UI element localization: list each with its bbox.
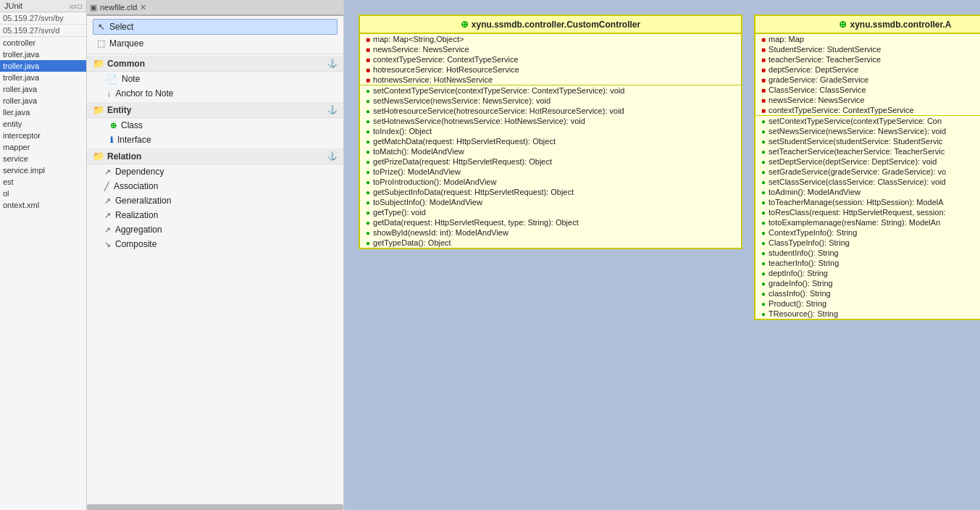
file-tree-item[interactable]: service	[0, 153, 86, 164]
class1-method-row: ●getTypeData(): Object	[360, 238, 741, 248]
field-icon: ■	[761, 56, 766, 64]
class2-method-row: ●totoExamplemanage(resName: String): Mod…	[755, 217, 980, 227]
class2-field-row: ■contextTypeService: ContextTypeService	[755, 105, 980, 115]
note-label: Note	[122, 74, 140, 84]
field-icon: ■	[366, 56, 370, 64]
maximize-icon[interactable]: □	[78, 2, 82, 10]
method-icon: ●	[366, 178, 370, 186]
class2-method-row: ●studentInfo(): String	[755, 248, 980, 258]
field-icon: ■	[761, 96, 766, 104]
interface-icon: ℹ	[110, 135, 113, 145]
minimize-icon[interactable]: ▭	[70, 2, 76, 10]
dependency-icon: ↗	[104, 167, 111, 177]
file-tree-item[interactable]: est	[0, 176, 86, 188]
class-item[interactable]: ⊕ Class	[87, 118, 343, 133]
relation-section-header[interactable]: 📁 Relation ⚓	[87, 149, 343, 164]
aggregation-label: Aggregation	[115, 225, 162, 235]
method-icon: ●	[761, 219, 766, 227]
method-icon: ●	[761, 138, 766, 146]
file-tree-item[interactable]: entity	[0, 118, 86, 130]
file-tree-item[interactable]: troller.java	[0, 49, 86, 60]
method-icon: ●	[761, 269, 766, 277]
tab-close-button[interactable]: ✕	[140, 3, 146, 12]
method-icon: ●	[366, 198, 370, 206]
class1-fields: ■ map: Map<String,Object> ■ newsService:…	[360, 34, 741, 85]
entity-title: Entity	[107, 105, 131, 115]
association-item[interactable]: ╱ Association	[87, 179, 343, 193]
composite-label: Composite	[115, 239, 156, 249]
method-icon: ●	[761, 290, 766, 298]
class2-field-row: ■deptService: DeptService	[755, 64, 980, 75]
relation-anchor-icon: ⚓	[327, 151, 338, 161]
field-icon: ■	[761, 35, 766, 43]
field-1-text: map: Map<String,Object>	[373, 35, 464, 43]
class1-field-1: ■ map: Map<String,Object>	[360, 34, 741, 44]
method-icon: ●	[366, 188, 370, 196]
file-tree-item[interactable]: ontext.xml	[0, 199, 86, 211]
anchor-to-note-item[interactable]: ↓ Anchor to Note	[87, 86, 343, 101]
aggregation-icon: ↗	[104, 225, 111, 235]
interface-item[interactable]: ℹ Interface	[87, 133, 343, 147]
tab-bar: ▣ newfile.cld ✕	[87, 0, 343, 16]
file-tree-item[interactable]: roller.java	[0, 95, 86, 106]
class2-header: ⊕ xynu.ssmdb.controller.A	[755, 16, 980, 34]
class2-field-row: ■newsService: NewsService	[755, 95, 980, 105]
main-tab-label[interactable]: newfile.cld	[100, 3, 137, 12]
main-area: ⊕ xynu.ssmdb.controller.CustomController…	[344, 0, 980, 510]
method-icon: ●	[366, 219, 370, 227]
url-breadcrumb-1: 05.159.27/svn/by	[0, 12, 86, 25]
class1-method-row: ●getSubjectInfoData(request: HttpServlet…	[360, 187, 741, 197]
file-tree-item[interactable]: ol	[0, 188, 86, 199]
field-icon: ■	[761, 66, 766, 74]
association-icon: ╱	[104, 182, 109, 191]
file-tree-item[interactable]: roller.java	[0, 83, 86, 95]
class2-method-row: ●classInfo(): String	[755, 288, 980, 298]
realization-item[interactable]: ↗ Realization	[87, 208, 343, 222]
field-icon: ■	[366, 35, 370, 43]
dependency-item[interactable]: ↗ Dependency	[87, 164, 343, 179]
class1-method-row: ●toMatch(): ModelAndView	[360, 146, 741, 156]
file-tree-item[interactable]: mapper	[0, 141, 86, 153]
class2-method-row: ●toTeacherManage(session: HttpSession): …	[755, 197, 980, 207]
marquee-button[interactable]: ⬚ Marquee	[93, 36, 338, 51]
method-icon: ●	[761, 249, 766, 257]
file-tree-item[interactable]: troller.java	[0, 72, 86, 83]
entity-section-header[interactable]: 📁 Entity ⚓	[87, 102, 343, 118]
class2-field-row: ■gradeService: GradeService	[755, 75, 980, 85]
anchor-icon: ↓	[107, 89, 112, 98]
composite-item[interactable]: ↘ Composite	[87, 237, 343, 251]
class2-method-row: ●toAdmin(): ModelAndView	[755, 187, 980, 197]
class1-method-row: ●showById(newsId: int): ModelAndView	[360, 227, 741, 238]
field-icon: ■	[761, 76, 766, 84]
select-button[interactable]: ↖ Select	[93, 19, 338, 35]
class2-methods: ●setContextTypeService(contextTypeServic…	[755, 116, 980, 319]
method-icon: ●	[761, 188, 766, 196]
class2-method-row: ●setNewsService(newsService: NewsService…	[755, 126, 980, 136]
class2-method-row: ●setDeptService(deptService: DeptService…	[755, 156, 980, 167]
field-icon: ■	[366, 76, 370, 84]
generalization-label: Generalization	[115, 196, 171, 206]
method-icon: ●	[366, 209, 370, 217]
class-box-2[interactable]: ⊕ xynu.ssmdb.controller.A ■map: Map■Stud…	[754, 14, 980, 320]
class2-field-row: ■StudentService: StudentService	[755, 44, 980, 54]
class-box-1[interactable]: ⊕ xynu.ssmdb.controller.CustomController…	[359, 14, 742, 249]
junit-header: JUnit ▭ □	[0, 0, 86, 12]
generalization-icon: ↗	[104, 196, 111, 206]
file-tree-item[interactable]: troller.java	[0, 60, 86, 72]
select-label: Select	[109, 22, 133, 32]
file-tree-item[interactable]: controller	[0, 37, 86, 49]
class2-method-row: ●setContextTypeService(contextTypeServic…	[755, 116, 980, 126]
method-icon: ●	[366, 229, 370, 237]
class2-field-row: ■ClassService: ClassService	[755, 85, 980, 95]
note-item[interactable]: 📄 Note	[87, 72, 343, 86]
generalization-item[interactable]: ↗ Generalization	[87, 193, 343, 208]
class1-method-row: ●setHotresourceService(hotresourceServic…	[360, 106, 741, 116]
common-section-header[interactable]: 📁 Common ⚓	[87, 56, 343, 72]
aggregation-item[interactable]: ↗ Aggregation	[87, 222, 343, 237]
file-tree-item[interactable]: interceptor	[0, 130, 86, 141]
interface-label: Interface	[117, 135, 151, 145]
marquee-icon: ⬚	[97, 38, 105, 49]
file-tree-item[interactable]: ller.java	[0, 106, 86, 118]
class2-field-row: ■teacherService: TeacherService	[755, 54, 980, 64]
file-tree-item[interactable]: service.impl	[0, 164, 86, 176]
